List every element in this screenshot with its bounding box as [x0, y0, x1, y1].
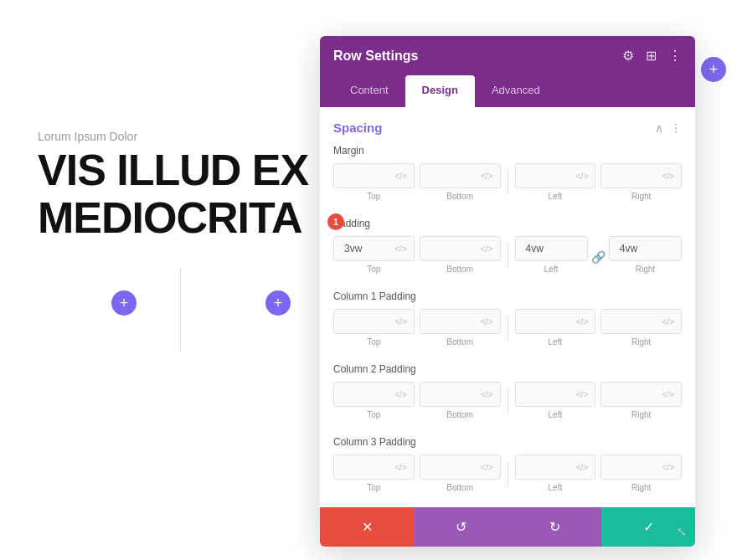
col3-top-group: </> Top	[333, 455, 415, 492]
undo-button[interactable]: ↺	[414, 507, 508, 547]
padding-divider	[508, 243, 508, 268]
col3-left-label: Left	[549, 483, 563, 492]
col3-left-group: </> Left	[515, 455, 596, 492]
col2-top-input[interactable]: </>	[333, 382, 415, 407]
col2-left-group: </> Left	[515, 382, 596, 419]
padding-left-label: Left	[544, 265, 559, 274]
padding-right-group: 4vw Right	[609, 236, 682, 274]
col2-bottom-group: </> Bottom	[420, 382, 501, 419]
col3-divider	[508, 461, 508, 486]
margin-group: Margin </> Top </> Bottom	[333, 145, 682, 201]
collapse-icon[interactable]: ∧	[655, 121, 663, 135]
add-row-button-corner[interactable]: +	[701, 57, 726, 82]
col1-top-label: Top	[367, 337, 380, 347]
panel-body: Spacing ∧ ⋮ Margin </> Top	[320, 107, 695, 507]
margin-top-group: </> Top	[333, 163, 415, 201]
col3-right-input[interactable]: </>	[600, 455, 682, 480]
col1-left-input[interactable]: </>	[515, 309, 596, 334]
col3-bottom-group: </> Bottom	[420, 455, 501, 492]
margin-right-label: Right	[631, 192, 651, 201]
padding-left-group: 4vw Left	[515, 236, 588, 274]
redo-button[interactable]: ↻	[508, 507, 601, 547]
col1-bottom-label: Bottom	[446, 337, 473, 347]
col3-bottom-input[interactable]: </>	[420, 455, 501, 480]
col3-padding-group: Column 3 Padding </> Top </> Bottom	[333, 436, 682, 492]
col1-padding-group: Column 1 Padding </> Top </> Bottom	[333, 290, 682, 347]
col2-divider	[508, 388, 508, 414]
padding-top-code-icon: </>	[394, 244, 406, 254]
panel-header: Row Settings ⚙ ⊞ ⋮	[320, 36, 695, 75]
section-title: Spacing	[333, 121, 382, 135]
margin-left-input[interactable]: </>	[515, 163, 596, 188]
panel-title: Row Settings	[333, 49, 418, 64]
padding-right-label: Right	[636, 265, 655, 274]
col2-top-label: Top	[367, 410, 380, 419]
margin-top-input[interactable]: </>	[333, 163, 415, 188]
margin-left-label: Left	[549, 192, 563, 201]
padding-top-input[interactable]: 3vw </>	[333, 236, 415, 261]
add-module-button-right[interactable]: +	[265, 290, 291, 316]
padding-right-input[interactable]: 4vw	[609, 236, 682, 261]
padding-left-input[interactable]: 4vw	[515, 236, 588, 261]
col3-padding-label: Column 3 Padding	[333, 436, 682, 448]
padding-top-label: Top	[367, 265, 380, 274]
panel-header-icons: ⚙ ⊞ ⋮	[622, 48, 682, 64]
col3-right-group: </> Right	[600, 455, 682, 492]
col2-top-group: </> Top	[333, 382, 415, 419]
column-divider	[180, 268, 181, 352]
col1-left-group: </> Left	[515, 309, 596, 347]
padding-left-value: 4vw	[523, 243, 580, 254]
margin-top-label: Top	[367, 192, 380, 201]
col1-bottom-group: </> Bottom	[420, 309, 501, 347]
settings-icon[interactable]: ⚙	[622, 48, 634, 64]
col1-divider	[508, 316, 508, 341]
layout-icon[interactable]: ⊞	[646, 48, 657, 64]
col2-right-group: </> Right	[600, 382, 682, 419]
col1-right-input[interactable]: </>	[600, 309, 682, 334]
padding-link-icon[interactable]: 🔗	[591, 250, 606, 264]
margin-left-code-icon: </>	[576, 172, 588, 181]
col1-right-group: </> Right	[600, 309, 682, 347]
col3-top-input[interactable]: </>	[333, 455, 415, 480]
col2-right-input[interactable]: </>	[600, 382, 682, 407]
padding-bottom-group: </> Bottom	[420, 236, 501, 274]
padding-bottom-label: Bottom	[446, 265, 473, 274]
col1-top-group: </> Top	[333, 309, 415, 347]
col2-right-label: Right	[631, 410, 651, 419]
margin-divider	[508, 170, 508, 195]
col2-padding-group: Column 2 Padding </> Top </> Bottom	[333, 363, 682, 419]
col2-bottom-input[interactable]: </>	[420, 382, 501, 407]
col1-bottom-input[interactable]: </>	[420, 309, 501, 334]
canvas-subtitle: Lorum Ipsum Dolor	[38, 130, 137, 143]
tab-content[interactable]: Content	[333, 75, 405, 107]
tab-bar: Content Design Advanced	[320, 75, 695, 107]
tab-design[interactable]: Design	[405, 75, 475, 107]
col1-top-input[interactable]: </>	[333, 309, 415, 334]
resize-handle[interactable]: ⤡	[677, 525, 687, 538]
section-controls: ∧ ⋮	[655, 121, 682, 135]
col3-right-label: Right	[631, 483, 651, 492]
padding-bottom-input[interactable]: </>	[420, 236, 501, 261]
section-more-icon[interactable]: ⋮	[670, 121, 682, 135]
margin-bottom-input[interactable]: </>	[420, 163, 501, 188]
col2-left-label: Left	[549, 410, 563, 419]
col1-right-label: Right	[631, 337, 651, 347]
tab-advanced[interactable]: Advanced	[475, 75, 557, 107]
margin-bottom-label: Bottom	[446, 192, 473, 201]
add-module-button-left[interactable]: +	[111, 290, 137, 316]
cancel-button[interactable]: ✕	[320, 507, 414, 547]
margin-right-input[interactable]: </>	[600, 163, 682, 188]
margin-bottom-code-icon: </>	[481, 172, 492, 181]
col3-top-label: Top	[367, 483, 380, 492]
more-icon[interactable]: ⋮	[668, 48, 682, 64]
margin-left-group: </> Left	[515, 163, 596, 201]
col2-left-input[interactable]: </>	[515, 382, 596, 407]
col1-left-label: Left	[549, 337, 563, 347]
padding-bottom-code-icon: </>	[481, 244, 492, 254]
spacing-section-header: Spacing ∧ ⋮	[333, 121, 682, 135]
margin-right-group: </> Right	[600, 163, 682, 201]
margin-label: Margin	[333, 145, 682, 157]
col3-bottom-label: Bottom	[446, 483, 473, 492]
col3-left-input[interactable]: </>	[515, 455, 596, 480]
padding-group: Padding 3vw </> Top </> Bottom	[333, 218, 682, 274]
